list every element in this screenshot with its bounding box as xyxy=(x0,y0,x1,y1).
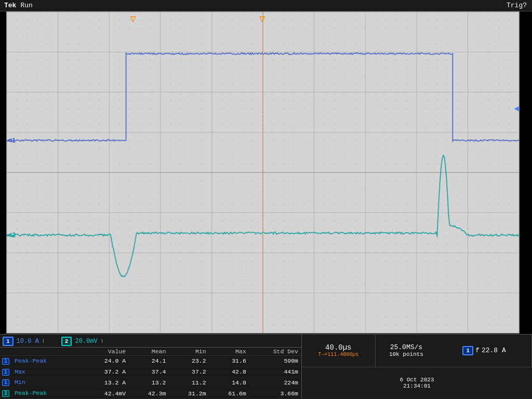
ch-badge: 2 xyxy=(2,390,9,397)
meas-name: Peak-Peak xyxy=(15,357,47,364)
oscilloscope-display: Tek Run Trig? ◄ 1 10.0 A ⌇ 2 20.0mV ⌇ xyxy=(0,0,532,399)
meas-max: 14.0 xyxy=(209,377,249,388)
top-bar: Tek Run Trig? xyxy=(0,0,532,11)
table-row: 1 Peak-Peak 24.0 A 24.1 23.2 31.6 590m xyxy=(0,356,301,367)
meas-stddev: 590m xyxy=(249,356,301,367)
right-panel: 40.0µs T→+111.4800µs 25.0MS/s 10k points… xyxy=(301,334,532,399)
col-header-stddev: Std Dev xyxy=(249,348,301,356)
meas-max: 31.6 xyxy=(209,356,249,367)
meas-value: 37.2 A xyxy=(83,366,129,377)
sample-rate: 25.0MS/s xyxy=(390,343,422,351)
sample-rate-cell: 25.0MS/s 10k points xyxy=(376,335,437,367)
datetime-cell: 6 Oct 2023 21:34:01 xyxy=(302,367,532,400)
col-header-min: Min xyxy=(169,348,209,356)
ch2-symbol: ⌇ xyxy=(101,338,103,344)
trigger-value: 22.8 A xyxy=(482,347,506,354)
meas-max: 42.8 xyxy=(209,366,249,377)
trigger-cell: 1 f 22.8 A xyxy=(437,335,532,367)
bottom-bar: 1 10.0 A ⌇ 2 20.0mV ⌇ Value Mean Min Max… xyxy=(0,334,532,399)
date-display: 6 Oct 2023 xyxy=(400,377,434,383)
ch1-badge: 1 xyxy=(3,337,14,346)
table-row: 1 Max 37.2 A 37.4 37.2 42.8 441m xyxy=(0,366,301,377)
meas-stddev: 224m xyxy=(249,377,301,388)
meas-min: 31.2m xyxy=(169,388,209,399)
right-bottom-row: 6 Oct 2023 21:34:01 xyxy=(302,367,532,400)
meas-mean: 24.1 xyxy=(129,356,169,367)
col-header-label xyxy=(0,348,83,356)
scale-row: 1 10.0 A ⌇ 2 20.0mV ⌇ xyxy=(0,336,301,347)
timebase-cell: 40.0µs T→+111.4800µs xyxy=(302,335,376,367)
col-header-max: Max xyxy=(209,348,249,356)
ch2-scale: 20.0mV xyxy=(75,338,97,345)
meas-label: 1 Max xyxy=(0,366,83,377)
ch-badge: 1 xyxy=(2,379,9,386)
meas-label: 2 Peak-Peak xyxy=(0,388,83,399)
meas-mean: 37.4 xyxy=(129,366,169,377)
meas-stddev: 441m xyxy=(249,366,301,377)
time-display: 21:34:01 xyxy=(403,383,431,389)
ch-badge: 1 xyxy=(2,358,9,365)
meas-mean: 13.2 xyxy=(129,377,169,388)
meas-min: 11.2 xyxy=(169,377,209,388)
trigger-level-arrow: ◄ xyxy=(514,104,519,114)
table-row: 1 Min 13.2 A 13.2 11.2 14.0 224m xyxy=(0,377,301,388)
meas-max: 61.6m xyxy=(209,388,249,399)
ch2-badge: 2 xyxy=(61,337,72,346)
meas-label: 1 Peak-Peak xyxy=(0,356,83,367)
meas-value: 24.0 A xyxy=(83,356,129,367)
meas-min: 37.2 xyxy=(169,366,209,377)
trigger-offset: T→+111.4800µs xyxy=(318,352,358,357)
meas-mean: 42.3m xyxy=(129,388,169,399)
right-top-row: 40.0µs T→+111.4800µs 25.0MS/s 10k points… xyxy=(302,335,532,367)
trig-status: Trig? xyxy=(507,2,527,9)
meas-label: 1 Min xyxy=(0,377,83,388)
trigger-symbol: f xyxy=(475,347,480,354)
meas-name: Peak-Peak xyxy=(15,390,47,396)
run-label: Run xyxy=(20,2,32,9)
ch1-symbol: ⌇ xyxy=(42,338,45,344)
col-header-value: Value xyxy=(83,348,129,356)
table-row: 2 Peak-Peak 42.4mV 42.3m 31.2m 61.6m 3.6… xyxy=(0,388,301,399)
sample-points: 10k points xyxy=(389,351,423,357)
meas-name: Min xyxy=(15,379,25,385)
meas-name: Max xyxy=(15,368,25,375)
col-header-mean: Mean xyxy=(129,348,169,356)
trigger-ch-badge: 1 xyxy=(462,346,473,355)
measurements-table: Value Mean Min Max Std Dev 1 Peak-Peak 2… xyxy=(0,347,301,399)
timebase-value: 40.0µs xyxy=(325,343,351,352)
ch1-scale: 10.0 A xyxy=(17,338,39,345)
waveform-area: ◄ xyxy=(6,11,520,334)
meas-value: 13.2 A xyxy=(83,377,129,388)
waveform-canvas xyxy=(7,12,519,333)
brand-label: Tek xyxy=(4,2,16,9)
ch-badge: 1 xyxy=(2,369,9,376)
meas-value: 42.4mV xyxy=(83,388,129,399)
meas-stddev: 3.66m xyxy=(249,388,301,399)
meas-min: 23.2 xyxy=(169,356,209,367)
